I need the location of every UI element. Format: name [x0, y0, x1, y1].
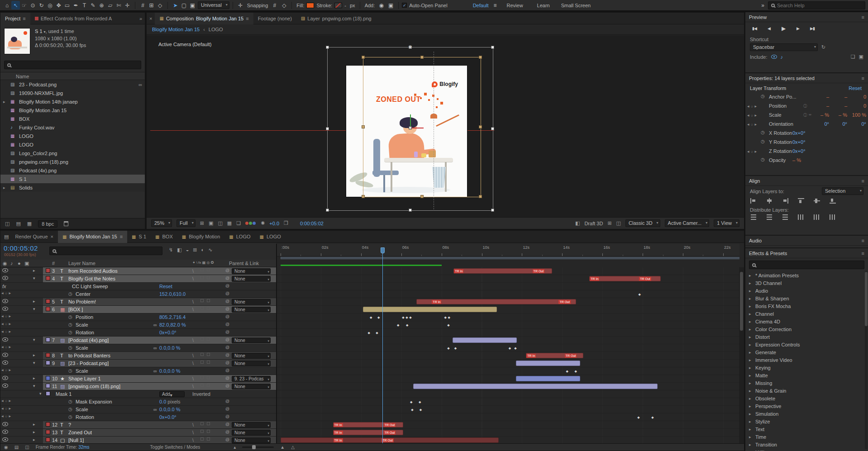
timeline-search[interactable] [49, 247, 162, 255]
tab-layer[interactable]: ▨ Layer pngwing.com (18).png [296, 13, 376, 24]
layer-handle[interactable] [479, 125, 482, 128]
visibility-toggle[interactable] [2, 430, 8, 434]
trim-in-chip[interactable]: TR In [590, 277, 599, 281]
effects-category[interactable]: ▸Simulation [745, 410, 868, 418]
expand-arrow-icon[interactable]: ▸ [749, 273, 753, 278]
property-value[interactable]: 0x+0.0° [159, 330, 176, 335]
visibility-toggle[interactable] [2, 268, 8, 272]
parent-dropdown[interactable]: None▾ [232, 361, 271, 366]
trim-in-chip[interactable]: TR In [334, 438, 343, 442]
selection-handle[interactable] [409, 209, 412, 212]
property-name[interactable]: Scale [76, 407, 88, 412]
number-column-header[interactable]: # [52, 261, 55, 266]
pick-whip-icon[interactable]: @ [225, 407, 229, 411]
selection-handle[interactable] [491, 209, 494, 212]
include-video-icon[interactable] [771, 55, 777, 59]
expand-arrow-icon[interactable]: ▸ [749, 312, 753, 316]
selection-handle[interactable] [326, 209, 329, 212]
keyframe-icon[interactable]: ◆ [637, 416, 639, 419]
layer-duration-bar[interactable]: TR InTR Out [281, 437, 499, 443]
layer-handle[interactable] [420, 56, 424, 59]
trim-out-chip[interactable]: TR Out [533, 269, 545, 273]
help-search-input[interactable] [777, 3, 845, 8]
rect-select-icon[interactable]: ▢ [180, 1, 188, 9]
view-axis-mode-icon[interactable]: ◇ [156, 1, 164, 9]
trim-in-chip[interactable]: TR In [334, 423, 343, 427]
draft-3d-toggle[interactable]: Draft 3D [584, 221, 603, 226]
draft-3d-icon[interactable]: ◧ [177, 247, 181, 253]
pick-whip-icon[interactable]: @ [225, 345, 229, 350]
pick-whip-icon[interactable]: @ [225, 314, 229, 319]
keyframe-nav-icon[interactable]: ◀ ◇ ▶ [1, 368, 11, 371]
channels-icon[interactable] [245, 221, 256, 226]
effects-category[interactable]: ▸Boris FX Mocha [745, 302, 868, 310]
label-color-chip[interactable] [46, 437, 50, 442]
delete-icon[interactable] [64, 221, 68, 226]
expand-toggle[interactable]: ▾ [33, 337, 35, 342]
keyframe-icon[interactable]: ◆ [448, 316, 450, 319]
selection-handle[interactable] [491, 127, 494, 130]
expand-arrow-icon[interactable]: ▸ [749, 404, 753, 408]
view-layout-dropdown[interactable]: 1 View▾ [714, 219, 739, 227]
track-row[interactable]: ◆ [277, 290, 739, 298]
expand-arrow-icon[interactable]: ▸ [749, 412, 753, 416]
layer-duration-bar[interactable]: TR InTR Out [453, 268, 552, 274]
layer-name[interactable]: [Podcast (4x).png] [68, 337, 109, 343]
switch-box-icon[interactable] [200, 268, 204, 271]
camera-view-dropdown[interactable]: Active Camer...▾ [665, 219, 710, 227]
new-composition-icon[interactable]: ▦ [27, 221, 32, 227]
mask-row[interactable]: ▾Mask 1Add▾Inverted [0, 390, 276, 398]
reset-link[interactable]: Reset [849, 85, 862, 91]
distribute-right-icon[interactable] [829, 214, 836, 220]
effects-category[interactable]: ▸Expression Controls [745, 341, 868, 348]
expand-toggle[interactable]: ▾ [33, 384, 35, 388]
expand-arrow-icon[interactable]: ▸ [749, 327, 753, 332]
brush-tool[interactable]: ✎ [89, 1, 97, 9]
layer-duration-bar[interactable] [413, 384, 658, 389]
keyframe-icon[interactable]: ◆ [409, 316, 411, 319]
keyframe-nav-icon[interactable]: ◀ ◇ ▶ [1, 399, 11, 402]
align-center-horizontal-icon[interactable] [766, 198, 773, 204]
stopwatch-icon[interactable]: ◷ [68, 322, 72, 327]
effects-category[interactable]: ▸Missing [745, 379, 868, 387]
trim-in-chip[interactable]: TR In [334, 431, 343, 435]
timeline-tab[interactable]: ▦BOX [151, 231, 177, 243]
ground-plane-icon[interactable]: ⊞ [607, 220, 611, 226]
pen-tool[interactable]: ✒ [72, 1, 80, 9]
toggle-switches-button[interactable]: Toggle Switches / Modes [150, 445, 200, 450]
switch-box-icon[interactable] [200, 437, 204, 441]
project-item[interactable]: ▨Podcast (4x).png [0, 166, 145, 175]
property-value[interactable]: 100 % [847, 112, 866, 118]
play-button[interactable]: ▶ [779, 25, 788, 32]
selection-handle[interactable] [326, 127, 329, 130]
slider-thumb[interactable] [252, 445, 256, 449]
close-icon[interactable]: × [51, 234, 53, 239]
prop-row[interactable]: ◀ ◇ ▶◷Rotation0x+0.0°@ [0, 329, 276, 337]
extended-viewer-icon[interactable]: ◫ [616, 220, 621, 226]
pick-whip-icon[interactable]: @ [225, 376, 229, 380]
keyframe-icon[interactable]: ◆ [406, 323, 408, 327]
property-value[interactable]: 152.0,610.0 [159, 291, 186, 297]
expand-arrow-icon[interactable]: ▸ [749, 289, 753, 293]
keyframe-nav-icon[interactable]: ◀ ◇ ▶ [1, 345, 11, 348]
local-axis-mode-icon[interactable]: # [138, 1, 147, 9]
layer-name[interactable]: [BOX ] [68, 307, 83, 312]
track-row[interactable] [277, 383, 739, 390]
layer-duration-bar[interactable]: TR InTR Out [333, 422, 404, 427]
frame-blend-icon[interactable]: ⊞ [193, 247, 197, 253]
stopwatch-icon[interactable]: ◷ [68, 414, 72, 419]
parent-dropdown[interactable]: None▾ [232, 437, 271, 443]
effects-category[interactable]: ▸Transition [745, 441, 868, 448]
stopwatch-icon[interactable]: ◷ [68, 407, 72, 412]
switch-box-icon[interactable] [207, 422, 210, 425]
trim-in-chip[interactable]: TR In [432, 300, 441, 304]
trim-out-chip[interactable]: TR Out [384, 423, 396, 427]
effect-row[interactable]: fxCC Light SweepReset@ [0, 283, 276, 290]
stopwatch-icon[interactable]: ◷ [68, 330, 72, 335]
x-axis-arrow[interactable] [410, 128, 424, 128]
effects-search[interactable] [749, 261, 864, 269]
scrollbar-thumb[interactable] [865, 272, 868, 326]
stopwatch-icon[interactable]: ◷ [761, 157, 765, 162]
keyframe-icon[interactable]: ◆ [454, 347, 457, 350]
timeline-tab[interactable]: ▦S 1 [127, 231, 151, 243]
